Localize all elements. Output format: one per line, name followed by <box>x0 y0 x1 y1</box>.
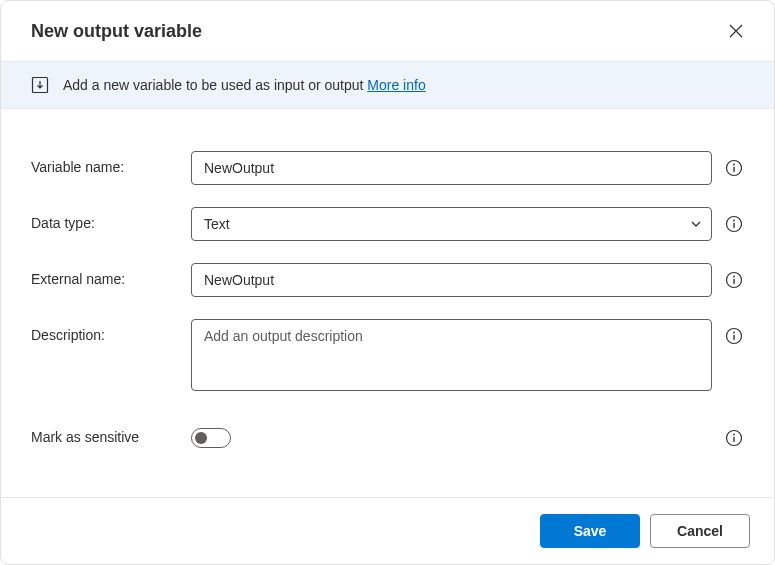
variable-name-input[interactable] <box>191 151 712 185</box>
svg-point-8 <box>733 276 735 278</box>
sensitive-info[interactable] <box>724 428 744 448</box>
info-icon <box>725 159 743 177</box>
data-type-row: Data type: Text <box>31 207 744 241</box>
data-type-info[interactable] <box>724 214 744 234</box>
info-icon <box>725 271 743 289</box>
svg-point-11 <box>733 332 735 334</box>
toggle-knob <box>195 432 207 444</box>
svg-point-2 <box>733 164 735 166</box>
sensitive-control <box>191 421 744 448</box>
banner-text: Add a new variable to be used as input o… <box>63 77 426 93</box>
description-input[interactable] <box>191 319 712 391</box>
svg-rect-3 <box>733 167 734 172</box>
banner-message: Add a new variable to be used as input o… <box>63 77 367 93</box>
description-info[interactable] <box>724 326 744 346</box>
data-type-control: Text <box>191 207 744 241</box>
dialog-footer: Save Cancel <box>1 497 774 564</box>
description-control <box>191 319 744 391</box>
svg-point-14 <box>733 434 735 436</box>
variable-io-icon <box>31 76 49 94</box>
sensitive-label: Mark as sensitive <box>31 421 191 445</box>
external-name-label: External name: <box>31 263 191 287</box>
info-icon <box>725 327 743 345</box>
save-button[interactable]: Save <box>540 514 640 548</box>
close-icon <box>729 24 743 38</box>
svg-rect-12 <box>733 335 734 340</box>
external-name-input[interactable] <box>191 263 712 297</box>
data-type-label: Data type: <box>31 207 191 231</box>
external-name-info[interactable] <box>724 270 744 290</box>
new-output-variable-dialog: New output variable Add a new variable t… <box>0 0 775 565</box>
info-icon <box>725 215 743 233</box>
sensitive-row: Mark as sensitive <box>31 421 744 448</box>
variable-name-row: Variable name: <box>31 151 744 185</box>
data-type-select[interactable]: Text <box>191 207 712 241</box>
variable-name-info[interactable] <box>724 158 744 178</box>
info-banner: Add a new variable to be used as input o… <box>1 61 774 109</box>
variable-name-label: Variable name: <box>31 151 191 175</box>
svg-rect-6 <box>733 223 734 228</box>
external-name-control <box>191 263 744 297</box>
svg-rect-15 <box>733 437 734 442</box>
svg-point-5 <box>733 220 735 222</box>
variable-name-control <box>191 151 744 185</box>
external-name-row: External name: <box>31 263 744 297</box>
svg-rect-9 <box>733 279 734 284</box>
sensitive-toggle[interactable] <box>191 428 231 448</box>
info-icon <box>725 429 743 447</box>
dialog-header: New output variable <box>1 1 774 61</box>
dialog-title: New output variable <box>31 21 202 42</box>
data-type-select-wrap: Text <box>191 207 712 241</box>
description-label: Description: <box>31 319 191 343</box>
description-row: Description: <box>31 319 744 391</box>
cancel-button[interactable]: Cancel <box>650 514 750 548</box>
form-body: Variable name: Data type: Text <box>1 109 774 497</box>
more-info-link[interactable]: More info <box>367 77 425 93</box>
close-button[interactable] <box>720 15 752 47</box>
